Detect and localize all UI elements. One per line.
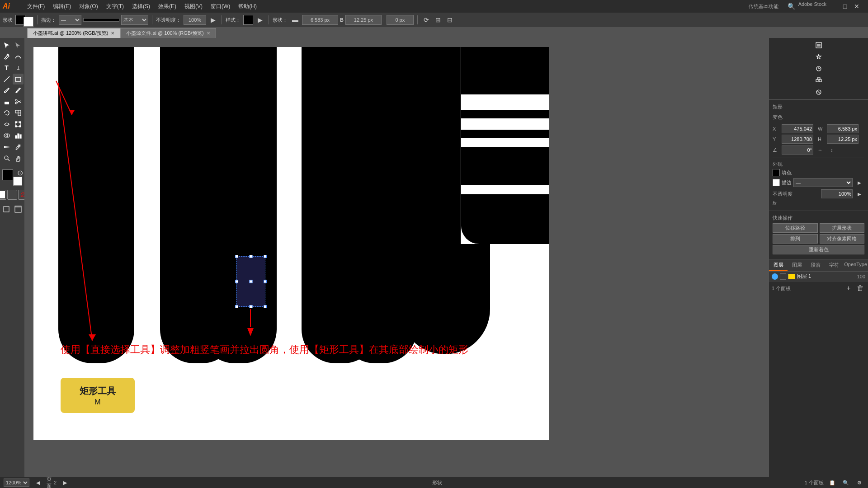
color-mode-solid[interactable]	[0, 190, 6, 200]
status-icon-2[interactable]: 🔍	[841, 478, 851, 488]
tab-para[interactable]: 段落	[806, 260, 825, 271]
shape-options-icon[interactable]: ▬	[290, 15, 300, 25]
free-transform-tool[interactable]	[13, 119, 24, 130]
zoom-tool[interactable]	[1, 153, 12, 164]
next-page-icon[interactable]: ▶	[60, 478, 70, 488]
color-mode-none[interactable]: ∅	[18, 190, 24, 200]
background-color[interactable]	[13, 177, 22, 186]
anchor-bl[interactable]	[235, 305, 238, 308]
maximize-icon[interactable]: □	[840, 1, 850, 11]
style-swatch[interactable]	[243, 15, 253, 25]
panel-icon-5[interactable]	[814, 88, 823, 97]
status-icon-1[interactable]: 📋	[827, 478, 837, 488]
layer-add-icon[interactable]: +	[844, 283, 854, 293]
tab-1-close[interactable]: ✕	[111, 31, 114, 36]
anchor-bc[interactable]	[250, 305, 253, 308]
anchor-br[interactable]	[264, 305, 267, 308]
stroke-swatch[interactable]	[24, 17, 33, 27]
scale-icon[interactable]: ↕	[827, 145, 837, 155]
menu-edit[interactable]: 编辑(E)	[49, 2, 75, 11]
menu-window[interactable]: 窗口(W)	[207, 2, 234, 11]
panel-icon-4[interactable]	[814, 76, 823, 85]
stroke-width-select[interactable]: 基本	[121, 15, 148, 25]
pencil-tool[interactable]	[13, 85, 24, 96]
rotate-tool[interactable]	[1, 108, 12, 118]
eraser-tool[interactable]	[1, 96, 12, 107]
curvature-tool[interactable]	[13, 51, 24, 62]
width-input[interactable]	[302, 15, 338, 25]
screen-mode-full[interactable]	[13, 204, 24, 215]
direct-selection-tool[interactable]	[13, 40, 24, 51]
anchor-mc[interactable]	[250, 280, 253, 283]
type-tool[interactable]: T	[1, 62, 12, 73]
type-area-tool[interactable]: Ʇ	[13, 62, 24, 73]
selected-rectangle[interactable]	[236, 256, 265, 307]
opacity-input[interactable]	[184, 15, 206, 25]
search-icon[interactable]: 🔍	[787, 1, 797, 11]
screen-mode-normal[interactable]	[1, 204, 12, 215]
color-mode-grad[interactable]	[7, 190, 17, 200]
expand-btn[interactable]: 扩展形状	[820, 223, 865, 233]
hand-tool[interactable]	[13, 153, 24, 164]
stroke-type-select[interactable]: —	[59, 15, 81, 25]
zoom-select[interactable]: 1200%	[4, 479, 29, 487]
panel-icon-3[interactable]	[814, 64, 823, 73]
panel-icon-2[interactable]	[814, 52, 823, 61]
menu-file[interactable]: 文件(F)	[24, 2, 48, 11]
layer-visibility-eye[interactable]	[772, 273, 778, 280]
menu-view[interactable]: 视图(V)	[181, 2, 206, 11]
transform-icon[interactable]: ⟳	[421, 15, 431, 25]
align-pixel-btn[interactable]: 对齐像素网格	[820, 234, 865, 244]
tab-artboard[interactable]: 图层	[788, 260, 806, 271]
stroke-select[interactable]: —	[793, 178, 853, 187]
stroke-opts-icon[interactable]: ▶	[854, 178, 864, 188]
tab-layers[interactable]: 图层	[769, 260, 788, 271]
status-icon-3[interactable]: ⚙	[854, 478, 864, 488]
opacity-arrow-icon[interactable]: ▶	[208, 15, 218, 25]
anchor-mr[interactable]	[264, 280, 267, 283]
angle-icon[interactable]: ↔	[815, 145, 825, 155]
x-field[interactable]	[782, 124, 813, 133]
y-field[interactable]	[782, 135, 813, 144]
stroke-swatch-panel[interactable]	[773, 179, 780, 186]
color-reset[interactable]: ⊙	[17, 169, 23, 177]
close-icon[interactable]: ✕	[852, 1, 862, 11]
height-input[interactable]	[345, 15, 382, 25]
panel-icon-1[interactable]	[814, 41, 823, 50]
w-field[interactable]	[827, 124, 859, 133]
menu-object[interactable]: 对象(O)	[75, 2, 101, 11]
anchor-tc[interactable]	[250, 255, 253, 258]
minimize-icon[interactable]: —	[828, 1, 838, 11]
line-tool[interactable]	[1, 74, 12, 84]
tab-1[interactable]: 小墨讲稿.ai @ 1200% (RGB/预览) ✕	[27, 28, 120, 38]
rectangle-tool active[interactable]	[13, 74, 24, 84]
layer-lock[interactable]	[780, 273, 786, 280]
anchor-tl[interactable]	[235, 255, 238, 258]
anchor-ml[interactable]	[235, 280, 238, 283]
gradient-tool[interactable]	[1, 141, 12, 152]
opacity-panel-input[interactable]	[821, 189, 853, 198]
fill-swatch-panel[interactable]	[773, 169, 780, 176]
eyedropper-tool[interactable]	[13, 141, 24, 152]
layer-delete-icon[interactable]: 🗑	[855, 283, 865, 293]
tab-opentype[interactable]: OpenType	[843, 260, 868, 271]
pen-tool[interactable]	[1, 51, 12, 62]
style-options-icon[interactable]: ▶	[255, 15, 265, 25]
offset-path-btn[interactable]: 位移路径	[773, 223, 818, 233]
shape-builder-tool[interactable]	[1, 130, 12, 141]
tab-2[interactable]: 小墨源文件.ai @ 100% (RGB/预览) ✕	[120, 28, 216, 38]
angle-field[interactable]	[782, 145, 813, 155]
graph-tool[interactable]	[13, 130, 24, 141]
menu-text[interactable]: 文字(T)	[103, 2, 127, 11]
pathfinder-icon[interactable]: ⊟	[445, 15, 455, 25]
tab-2-close[interactable]: ✕	[207, 31, 210, 36]
tab-char[interactable]: 字符	[825, 260, 843, 271]
anchor-tr[interactable]	[264, 255, 267, 258]
opacity-panel-icon[interactable]: ▶	[854, 189, 864, 199]
menu-effect[interactable]: 效果(E)	[155, 2, 180, 11]
prev-page-icon[interactable]: ◀	[33, 478, 43, 488]
arrange-btn[interactable]: 排列	[773, 234, 818, 244]
menu-help[interactable]: 帮助(H)	[235, 2, 260, 11]
x-input[interactable]	[387, 15, 414, 25]
paintbrush-tool[interactable]	[1, 85, 12, 96]
